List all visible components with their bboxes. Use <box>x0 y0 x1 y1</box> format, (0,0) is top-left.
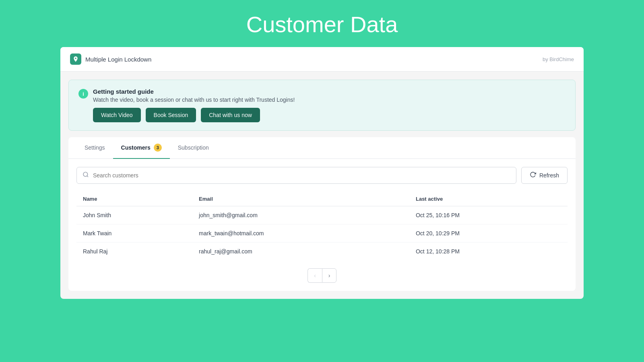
search-icon <box>83 171 89 179</box>
search-input[interactable] <box>93 172 510 179</box>
app-header: Multiple Login Lockdown by BirdChime <box>60 47 584 72</box>
table-row: John Smithjohn_smith@gmail.comOct 25, 10… <box>76 206 568 224</box>
cell-name: John Smith <box>76 206 192 224</box>
cell-email: rahul_raj@gmail.com <box>192 243 409 261</box>
refresh-label: Refresh <box>539 172 559 179</box>
pagination-prev-button[interactable]: ‹ <box>308 268 322 283</box>
tabs-content: Refresh Name Email Last active John Smit… <box>68 159 576 291</box>
tab-subscription-label: Subscription <box>178 144 209 151</box>
tab-customers[interactable]: Customers 3 <box>113 137 170 159</box>
col-last-active: Last active <box>409 192 568 206</box>
getting-started-banner: i Getting started guide Watch the video,… <box>68 80 576 131</box>
col-name: Name <box>76 192 192 206</box>
search-box <box>76 167 516 184</box>
banner-header: i Getting started guide Watch the video,… <box>78 88 566 103</box>
customers-table: Name Email Last active John Smithjohn_sm… <box>76 192 568 260</box>
tab-customers-label: Customers <box>121 144 151 151</box>
app-header-left: Multiple Login Lockdown <box>70 53 151 65</box>
book-session-button[interactable]: Book Session <box>146 108 196 122</box>
tab-customers-badge: 3 <box>154 144 162 152</box>
cell-last-active: Oct 12, 10:28 PM <box>409 243 568 261</box>
chat-button[interactable]: Chat with us now <box>201 108 260 122</box>
svg-line-1 <box>87 176 88 177</box>
refresh-button[interactable]: Refresh <box>521 167 568 184</box>
tabs-panel: Settings Customers 3 Subscription <box>68 137 576 291</box>
cell-last-active: Oct 25, 10:16 PM <box>409 206 568 224</box>
table-row: Mark Twainmark_twain@hotmail.comOct 20, … <box>76 224 568 243</box>
banner-actions: Watch Video Book Session Chat with us no… <box>78 108 566 122</box>
table-header-row: Name Email Last active <box>76 192 568 206</box>
search-refresh-row: Refresh <box>76 167 568 184</box>
tab-settings-label: Settings <box>85 144 105 151</box>
app-name: Multiple Login Lockdown <box>85 56 151 63</box>
pagination-next-button[interactable]: › <box>322 268 336 283</box>
app-brand: by BirdChime <box>543 56 574 62</box>
info-icon: i <box>78 89 88 99</box>
svg-point-0 <box>83 172 88 177</box>
content-area: i Getting started guide Watch the video,… <box>60 72 584 299</box>
cell-email: mark_twain@hotmail.com <box>192 224 409 243</box>
pagination-row: ‹ › <box>76 268 568 283</box>
app-logo-icon <box>70 53 81 65</box>
cell-last-active: Oct 20, 10:29 PM <box>409 224 568 243</box>
page-title: Customer Data <box>0 0 644 47</box>
col-email: Email <box>192 192 409 206</box>
tab-settings[interactable]: Settings <box>76 137 113 159</box>
banner-title: Getting started guide <box>93 88 295 95</box>
table-row: Rahul Rajrahul_raj@gmail.comOct 12, 10:2… <box>76 243 568 261</box>
cell-email: john_smith@gmail.com <box>192 206 409 224</box>
banner-subtitle: Watch the video, book a session or chat … <box>93 97 295 103</box>
tab-subscription[interactable]: Subscription <box>170 137 217 159</box>
banner-text-block: Getting started guide Watch the video, b… <box>93 88 295 103</box>
tabs-header: Settings Customers 3 Subscription <box>68 137 576 159</box>
cell-name: Mark Twain <box>76 224 192 243</box>
refresh-icon <box>530 171 536 179</box>
cell-name: Rahul Raj <box>76 243 192 261</box>
main-container: Multiple Login Lockdown by BirdChime i G… <box>60 47 584 299</box>
watch-video-button[interactable]: Watch Video <box>93 108 141 122</box>
